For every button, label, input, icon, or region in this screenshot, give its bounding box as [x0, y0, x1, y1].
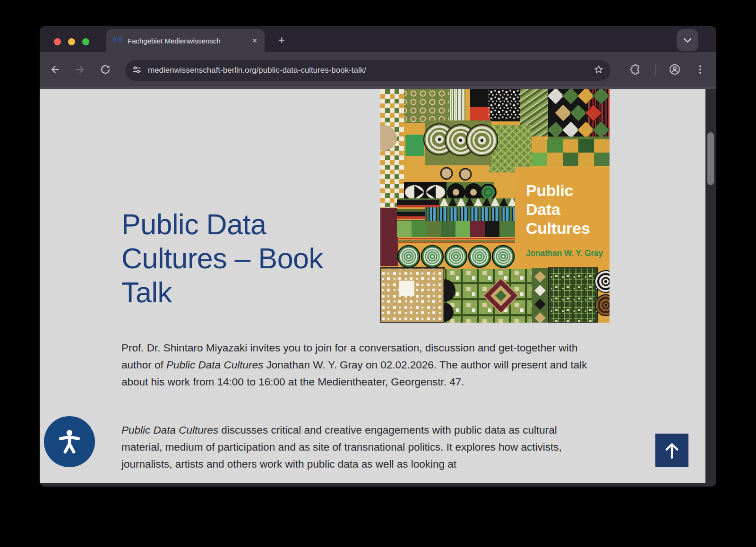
cover-author: Jonathan W. Y. Gray	[526, 244, 603, 263]
cover-title-line: Cultures	[526, 219, 603, 238]
profile-icon	[669, 63, 681, 76]
chevron-down-icon	[683, 38, 692, 43]
back-button[interactable]	[47, 61, 64, 78]
menu-dots-icon	[695, 64, 706, 75]
window-bottom-edge	[40, 483, 716, 487]
cover-title-line: Public	[526, 181, 603, 200]
book-cover-title: Public Data Cultures Jonathan W. Y. Gray	[526, 181, 603, 263]
scroll-to-top-button[interactable]	[655, 433, 689, 468]
toolbar-separator	[655, 64, 656, 76]
scrollbar-track[interactable]	[705, 89, 716, 483]
book-cover-image: Public Data Cultures Jonathan W. Y. Gray	[380, 89, 610, 323]
new-tab-button[interactable]: +	[275, 33, 289, 47]
tab-title-fade	[231, 33, 250, 49]
book-title-emphasis: Public Data Cultures	[121, 424, 218, 436]
browser-tab[interactable]: Fachgebiet Medienwissensch ✕	[106, 29, 265, 52]
site-info-icon[interactable]	[132, 65, 142, 77]
arrow-up-icon	[663, 441, 680, 460]
scrollbar-thumb[interactable]	[707, 132, 714, 185]
accessibility-button[interactable]	[44, 416, 95, 467]
back-icon	[50, 64, 61, 75]
tab-close-icon[interactable]: ✕	[249, 35, 260, 46]
page-content: Public Data Cultures Jonathan W. Y. Gray…	[40, 89, 705, 483]
url-text[interactable]: medienwissenschaft-berlin.org/public-dat…	[148, 66, 593, 75]
favicon-broadcast-icon	[112, 34, 123, 47]
page-viewport: Public Data Cultures Jonathan W. Y. Gray…	[40, 89, 716, 483]
minimize-window-button[interactable]	[68, 38, 75, 45]
forward-button[interactable]	[71, 61, 88, 78]
browser-toolbar: medienwissenschaft-berlin.org/public-dat…	[40, 52, 716, 89]
accessibility-icon	[56, 428, 83, 455]
browser-menu-button[interactable]	[692, 61, 708, 77]
tab-search-button[interactable]	[677, 29, 698, 51]
description-paragraph: Public Data Cultures discusses critical …	[121, 422, 599, 473]
forward-icon	[74, 64, 86, 75]
profile-button[interactable]	[667, 61, 683, 77]
close-window-button[interactable]	[54, 38, 61, 45]
traffic-lights	[54, 38, 89, 45]
bookmark-star-icon[interactable]	[593, 64, 604, 77]
intro-paragraph: Prof. Dr. Shintaro Miyazaki invites you …	[121, 340, 599, 391]
extensions-icon	[630, 64, 641, 75]
page-title: Public Data Cultures – Book Talk	[121, 207, 360, 309]
zoom-window-button[interactable]	[82, 38, 89, 45]
browser-window: Fachgebiet Medienwissensch ✕ +	[40, 26, 716, 487]
reload-icon	[100, 64, 111, 75]
address-bar[interactable]: medienwissenschaft-berlin.org/public-dat…	[125, 60, 610, 81]
extensions-button[interactable]	[627, 61, 644, 77]
book-title-emphasis: Public Data Cultures	[166, 359, 263, 371]
reload-button[interactable]	[97, 61, 114, 78]
tab-strip: Fachgebiet Medienwissensch ✕ +	[40, 26, 716, 52]
cover-title-line: Data	[526, 200, 603, 219]
